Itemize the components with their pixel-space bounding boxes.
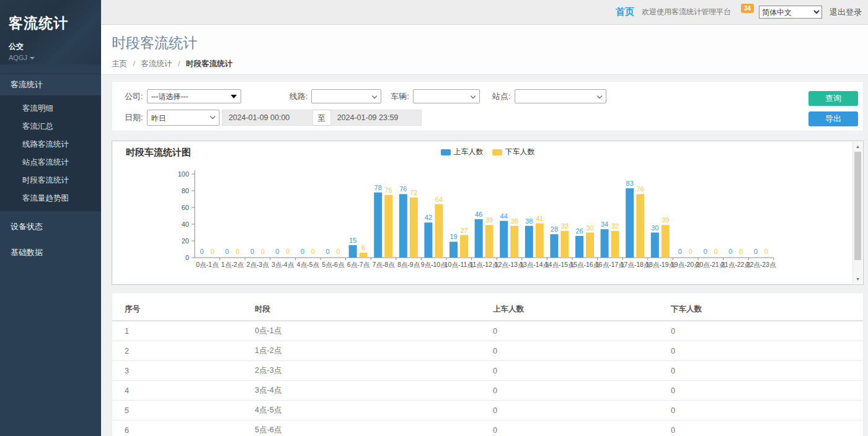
table-cell: 1 — [112, 321, 255, 341]
sidebar-item-客流明细[interactable]: 客流明细 — [0, 100, 101, 118]
svg-text:0: 0 — [754, 248, 758, 255]
query-button[interactable]: 查询 — [808, 91, 858, 106]
svg-text:72: 72 — [410, 189, 417, 196]
sidebar-submenu: 客流明细客流汇总线路客流统计站点客流统计时段客流统计客流量趋势图 — [0, 96, 101, 211]
table-cell: 6 — [112, 421, 255, 436]
home-link[interactable]: 首页 — [616, 6, 634, 18]
svg-text:39: 39 — [662, 216, 669, 224]
company-select[interactable]: ---请选择--- — [147, 89, 241, 103]
svg-text:6: 6 — [361, 244, 365, 251]
language-select[interactable]: 简体中文 — [759, 6, 822, 19]
svg-text:76: 76 — [637, 185, 644, 193]
org-selector[interactable]: AQGJ — [9, 54, 92, 61]
svg-text:0: 0 — [200, 248, 203, 255]
svg-text:0: 0 — [728, 248, 732, 255]
svg-text:0: 0 — [210, 248, 214, 255]
svg-text:0: 0 — [336, 248, 340, 255]
period-stats-table: 序号 时段 上车人数 下车人数 10点-1点0021点-2点0032点-3点00… — [112, 299, 863, 436]
svg-text:22点-23点: 22点-23点 — [746, 261, 776, 268]
table-header-row: 序号 时段 上车人数 下车人数 — [112, 299, 863, 321]
table-row: 10点-1点00 — [112, 321, 863, 341]
breadcrumb: 主页 / 客流统计 / 时段客流统计 — [112, 59, 868, 69]
table-row: 21点-2点00 — [112, 341, 863, 361]
scrollbar-down-icon[interactable]: ▼ — [853, 274, 862, 284]
sidebar-section-device-status[interactable]: 设备状态 — [0, 216, 101, 237]
sidebar: 客流统计 公交 AQGJ 客流统计 客流明细客流汇总线路客流统计站点客流统计时段… — [0, 0, 101, 436]
svg-text:30: 30 — [651, 224, 658, 232]
station-select[interactable] — [515, 89, 606, 103]
table-row: 54点-5点00 — [112, 401, 863, 421]
table-row: 65点-6点00 — [112, 421, 863, 436]
breadcrumb-separator: / — [178, 59, 180, 68]
sidebar-menu: 客流统计 客流明细客流汇总线路客流统计站点客流统计时段客流统计客流量趋势图 设备… — [0, 74, 101, 263]
table-cell: 0 — [671, 421, 863, 436]
filter-panel: 公司: ---请选择--- 线路: 车辆: 站点: 日期: 昨日 2024-01… — [112, 81, 864, 131]
date-label: 日期: — [125, 112, 143, 123]
col-header-period: 时段 — [255, 299, 493, 321]
sidebar-section-passenger-stats[interactable]: 客流统计 — [0, 74, 101, 96]
legend-label: 上车人数 — [454, 147, 484, 157]
sidebar-item-站点客流统计[interactable]: 站点客流统计 — [0, 154, 101, 172]
vehicle-select[interactable] — [413, 89, 480, 103]
legend-swatch-icon — [492, 149, 502, 155]
svg-text:34: 34 — [601, 220, 608, 228]
svg-text:44: 44 — [500, 212, 508, 220]
svg-text:78: 78 — [374, 184, 382, 191]
svg-text:0: 0 — [311, 248, 315, 255]
page-title: 时段客流统计 — [112, 33, 868, 53]
svg-text:39: 39 — [485, 216, 493, 224]
sidebar-item-客流量趋势图[interactable]: 客流量趋势图 — [0, 190, 101, 207]
svg-text:0: 0 — [326, 248, 329, 255]
sidebar-item-客流汇总[interactable]: 客流汇总 — [0, 118, 101, 136]
legend-item-下车人数[interactable]: 下车人数 — [492, 147, 535, 157]
sidebar-item-线路客流统计[interactable]: 线路客流统计 — [0, 136, 101, 154]
svg-text:60: 60 — [182, 204, 189, 211]
chevron-down-icon — [471, 94, 476, 98]
table-cell: 4点-5点 — [255, 401, 493, 421]
chevron-down-icon — [210, 114, 215, 119]
chart-title: 时段车流统计图 — [126, 147, 191, 157]
date-to-input[interactable]: 2024-01-09 23:59 — [330, 110, 422, 126]
notification-badge[interactable]: 34 — [741, 4, 754, 13]
sidebar-item-时段客流统计[interactable]: 时段客流统计 — [0, 172, 101, 190]
table-cell: 2 — [112, 341, 255, 361]
date-preset-value: 昨日 — [151, 114, 166, 123]
table-cell: 0 — [671, 401, 863, 421]
svg-text:75: 75 — [385, 186, 392, 194]
svg-text:19: 19 — [450, 233, 457, 240]
dropdown-arrow-icon — [231, 95, 237, 98]
svg-text:0: 0 — [739, 248, 743, 255]
scrollbar-thumb[interactable] — [854, 152, 861, 260]
date-preset-select[interactable]: 昨日 — [147, 110, 219, 126]
chart-header: 时段车流统计图 上车人数下车人数 — [112, 141, 863, 160]
svg-text:40: 40 — [182, 220, 189, 228]
svg-text:28: 28 — [551, 225, 558, 233]
legend-item-上车人数[interactable]: 上车人数 — [441, 147, 484, 157]
export-button[interactable]: 导出 — [808, 111, 858, 126]
breadcrumb-section[interactable]: 客流统计 — [141, 59, 172, 68]
sidebar-section-base-data[interactable]: 基础数据 — [0, 242, 101, 263]
logout-link[interactable]: 退出登录 — [830, 7, 862, 18]
chart-vertical-scrollbar[interactable]: ▲ ▼ — [852, 142, 862, 284]
svg-text:8点-9点: 8点-9点 — [397, 261, 420, 268]
svg-text:38: 38 — [511, 217, 518, 225]
svg-text:0: 0 — [689, 248, 693, 255]
table-row: 32点-3点00 — [112, 361, 863, 381]
page-header: 时段客流统计 主页 / 客流统计 / 时段客流统计 — [101, 25, 868, 75]
line-select[interactable] — [311, 89, 381, 103]
content-area: 公司: ---请选择--- 线路: 车辆: 站点: 日期: 昨日 2024-01… — [101, 75, 868, 436]
company-label: 公司: — [125, 91, 143, 102]
svg-text:32: 32 — [611, 222, 619, 230]
chart-legend: 上车人数下车人数 — [441, 147, 535, 157]
svg-text:0点-1点: 0点-1点 — [196, 261, 219, 268]
svg-text:83: 83 — [626, 180, 634, 187]
breadcrumb-home[interactable]: 主页 — [112, 59, 127, 68]
col-header-index: 序号 — [112, 299, 255, 321]
date-from-input[interactable]: 2024-01-09 00:00 — [222, 110, 313, 126]
svg-text:0: 0 — [261, 248, 265, 255]
scrollbar-up-icon[interactable]: ▲ — [853, 142, 862, 151]
topbar: 首页 欢迎使用客流统计管理平台 34 简体中文 退出登录 — [101, 0, 868, 25]
svg-text:42: 42 — [425, 214, 432, 221]
table-cell: 1点-2点 — [255, 341, 493, 361]
svg-text:0: 0 — [250, 248, 254, 255]
